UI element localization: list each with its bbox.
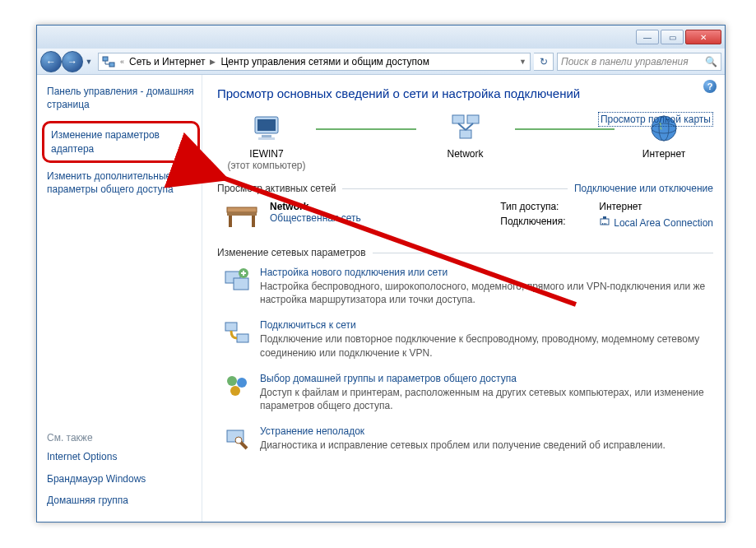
network-info: Network Общественная сеть — [270, 201, 451, 224]
node-connector — [316, 128, 416, 130]
connection-name: Local Area Connection — [614, 217, 713, 229]
svg-rect-15 — [252, 216, 255, 227]
recent-locations-dropdown[interactable]: ▼ — [83, 51, 95, 72]
svg-rect-25 — [237, 334, 248, 342]
homegroup-icon — [224, 373, 250, 399]
bench-icon — [224, 201, 260, 230]
network-hub-icon — [449, 112, 482, 145]
see-also-header: См. также — [47, 432, 195, 444]
sidebar-item-firewall[interactable]: Брандмауэр Windows — [47, 472, 195, 485]
sidebar-item-adapter-settings[interactable]: Изменение параметров адаптера — [51, 128, 191, 155]
sidebar-item-homegroup[interactable]: Домашняя группа — [47, 494, 195, 507]
task-description: Подключение или повторное подключение к … — [260, 332, 713, 359]
svg-point-28 — [230, 386, 240, 396]
forward-button[interactable]: → — [62, 51, 83, 72]
task-troubleshoot: Устранение неполадок Диагностика и испра… — [217, 419, 713, 458]
connection-link[interactable]: Local Area Connection — [599, 216, 713, 230]
svg-rect-0 — [103, 57, 108, 61]
sidebar: Панель управления - домашняя страница Из… — [37, 75, 202, 522]
node-network: Network — [416, 112, 515, 160]
svg-rect-8 — [460, 130, 471, 138]
breadcrumb-separator: ▶ — [208, 58, 217, 66]
access-type-value: Интернет — [599, 201, 713, 212]
task-description: Доступ к файлам и принтерам, расположенн… — [260, 386, 713, 412]
main-content: ? Просмотр основных сведений о сети и на… — [202, 75, 725, 522]
node-internet-name: Интернет — [615, 148, 713, 160]
breadcrumb-item-network[interactable]: Сеть и Интернет — [129, 56, 205, 67]
task-title-link[interactable]: Устранение неполадок — [260, 425, 666, 437]
breadcrumb-chevrons[interactable]: « — [118, 58, 126, 66]
task-connect-network: Подключиться к сети Подключение или повт… — [217, 313, 713, 365]
breadcrumb-dropdown[interactable]: ▼ — [519, 58, 526, 66]
back-button[interactable]: ← — [40, 51, 62, 72]
ethernet-icon — [599, 216, 610, 230]
svg-rect-1 — [109, 63, 114, 67]
maximize-button[interactable]: ▭ — [661, 30, 684, 44]
svg-rect-7 — [467, 115, 479, 123]
search-placeholder: Поиск в панели управления — [561, 56, 689, 67]
access-type-label: Тип доступа: — [500, 201, 591, 212]
section-label: Изменение сетевых параметров — [217, 247, 366, 258]
network-name: Network — [270, 201, 451, 212]
section-active-networks: Просмотр активных сетей Подключение или … — [217, 183, 713, 194]
network-map: IEWIN7 (этот компьютер) Network Интернет — [217, 112, 713, 171]
task-title-link[interactable]: Выбор домашней группы и параметров общег… — [260, 373, 713, 384]
task-description: Диагностика и исправление сетевых пробле… — [260, 439, 666, 452]
active-network-entry: Network Общественная сеть Тип доступа: И… — [217, 196, 713, 235]
section-label: Просмотр активных сетей — [217, 183, 336, 194]
svg-rect-14 — [229, 216, 232, 227]
search-icon: 🔍 — [705, 56, 717, 67]
connect-network-icon — [224, 319, 250, 346]
node-connector — [515, 128, 615, 130]
titlebar: — ▭ ✕ — [37, 26, 725, 49]
refresh-button[interactable]: ↻ — [534, 53, 554, 71]
connect-disconnect-link[interactable]: Подключение или отключение — [574, 183, 713, 194]
svg-point-26 — [227, 376, 237, 386]
connections-label: Подключения: — [500, 216, 591, 230]
svg-rect-17 — [603, 216, 606, 219]
task-title-link[interactable]: Настройка нового подключения или сети — [260, 267, 713, 278]
node-pc-name: IEWIN7 — [217, 148, 316, 160]
task-title-link[interactable]: Подключиться к сети — [260, 319, 713, 331]
control-panel-home-link[interactable]: Панель управления - домашняя страница — [47, 85, 195, 111]
window-body: Панель управления - домашняя страница Из… — [37, 75, 725, 522]
svg-point-27 — [237, 378, 247, 388]
svg-rect-6 — [452, 115, 464, 123]
sidebar-item-internet-options[interactable]: Internet Options — [47, 450, 195, 463]
breadcrumb[interactable]: « Сеть и Интернет ▶ Центр управления сет… — [98, 53, 531, 71]
help-icon[interactable]: ? — [703, 80, 717, 93]
network-icon — [102, 55, 115, 68]
close-button[interactable]: ✕ — [685, 30, 721, 44]
svg-rect-20 — [605, 223, 606, 225]
section-change-settings: Изменение сетевых параметров — [217, 247, 713, 258]
task-homegroup-sharing: Выбор домашней группы и параметров общег… — [217, 366, 713, 419]
svg-rect-19 — [604, 223, 605, 225]
svg-rect-12 — [227, 207, 257, 212]
svg-point-30 — [235, 437, 242, 444]
annotation-highlight: Изменение параметров адаптера — [42, 121, 200, 162]
node-network-name: Network — [416, 148, 515, 160]
network-details: Тип доступа: Интернет Подключения: Local… — [500, 201, 713, 230]
svg-rect-13 — [227, 212, 257, 216]
svg-rect-4 — [262, 135, 271, 137]
task-new-connection: Настройка нового подключения или сети На… — [217, 260, 713, 313]
breadcrumb-item-sharing-center[interactable]: Центр управления сетями и общим доступом — [220, 56, 429, 67]
network-type-link[interactable]: Общественная сеть — [270, 212, 451, 224]
page-title: Просмотр основных сведений о сети и наст… — [217, 86, 713, 100]
svg-rect-24 — [225, 323, 237, 331]
navigation-bar: ← → ▼ « Сеть и Интернет ▶ Центр управлен… — [37, 49, 725, 75]
minimize-button[interactable]: — — [636, 30, 659, 44]
nav-arrows: ← → ▼ — [40, 51, 95, 72]
troubleshoot-icon — [224, 425, 250, 452]
node-pc-sub: (этот компьютер) — [217, 160, 316, 171]
svg-rect-18 — [602, 223, 603, 225]
control-panel-window: — ▭ ✕ ← → ▼ « Сеть и Интернет ▶ Центр уп… — [36, 25, 726, 522]
node-this-pc: IEWIN7 (этот компьютер) — [217, 112, 316, 171]
computer-icon — [250, 112, 283, 145]
search-input[interactable]: Поиск в панели управления 🔍 — [557, 53, 721, 71]
view-full-map-link[interactable]: Просмотр полной карты — [598, 112, 713, 127]
new-connection-icon — [224, 267, 250, 293]
sidebar-item-advanced-sharing[interactable]: Изменить дополнительные параметры общего… — [47, 170, 195, 196]
svg-rect-5 — [258, 137, 275, 140]
svg-rect-3 — [257, 119, 276, 131]
